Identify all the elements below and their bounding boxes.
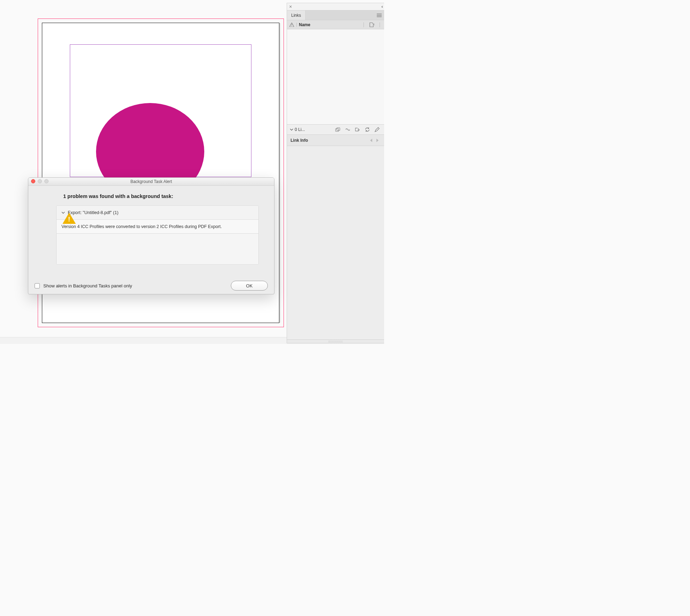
- dialog-headline: 1 problem was found with a background ta…: [28, 186, 274, 203]
- dialog-titlebar[interactable]: Background Task Alert: [28, 178, 274, 186]
- link-info-body: [287, 146, 384, 339]
- dialog-title: Background Task Alert: [130, 179, 172, 184]
- alert-list: Export: "Untitled-8.pdf" (1) Version 4 I…: [56, 205, 259, 265]
- links-panel: × ‹‹ Links Name 0 Li...: [287, 3, 384, 343]
- links-count-label: 0 Li...: [295, 127, 305, 132]
- window-controls: [31, 179, 49, 183]
- svg-rect-2: [336, 129, 339, 131]
- show-in-panel-checkbox[interactable]: [35, 283, 40, 288]
- links-count[interactable]: 0 Li...: [290, 127, 305, 132]
- links-header-row: Name: [287, 20, 384, 29]
- next-link-icon[interactable]: [374, 137, 381, 144]
- update-link-icon[interactable]: [363, 126, 372, 133]
- goto-link-icon[interactable]: [353, 126, 362, 133]
- link-info-header[interactable]: Link Info: [287, 135, 384, 146]
- collapse-icon[interactable]: ‹‹: [381, 4, 382, 9]
- panel-tabs: Links: [287, 10, 384, 20]
- svg-rect-3: [337, 128, 340, 131]
- column-page-icon[interactable]: [364, 22, 380, 27]
- background-task-alert-dialog: Background Task Alert 1 problem was foun…: [28, 177, 274, 294]
- tab-links[interactable]: Links: [287, 10, 306, 20]
- svg-rect-0: [292, 24, 292, 25]
- column-name[interactable]: Name: [297, 22, 364, 27]
- edit-original-icon[interactable]: [373, 126, 381, 133]
- svg-rect-1: [292, 26, 292, 26]
- relink-cc-icon[interactable]: [334, 126, 342, 133]
- zoom-window-button: [44, 179, 49, 183]
- links-status-bar: 0 Li...: [287, 124, 384, 135]
- alert-task-row[interactable]: Export: "Untitled-8.pdf" (1): [57, 206, 258, 220]
- link-info-label: Link Info: [291, 138, 308, 143]
- chevron-down-icon: [61, 211, 65, 215]
- show-in-panel-label[interactable]: Show alerts in Background Tasks panel on…: [43, 283, 132, 288]
- prev-link-icon[interactable]: [368, 137, 374, 144]
- alert-message-row: Version 4 ICC Profiles were converted to…: [57, 220, 258, 234]
- column-status-icon[interactable]: [287, 23, 297, 27]
- panel-menu-icon[interactable]: [374, 10, 384, 20]
- alert-empty-row: [57, 234, 258, 264]
- dialog-footer: Show alerts in Background Tasks panel on…: [28, 277, 274, 294]
- relink-icon[interactable]: [344, 126, 352, 133]
- close-icon[interactable]: ×: [289, 4, 292, 9]
- close-window-button[interactable]: [31, 179, 35, 183]
- links-list[interactable]: [287, 29, 384, 124]
- minimize-window-button: [38, 179, 42, 183]
- alert-message: Version 4 ICC Profiles were converted to…: [61, 224, 222, 229]
- panel-titlebar: × ‹‹: [287, 3, 384, 10]
- panel-resize-grip[interactable]: [287, 339, 384, 343]
- ok-button[interactable]: OK: [231, 281, 268, 291]
